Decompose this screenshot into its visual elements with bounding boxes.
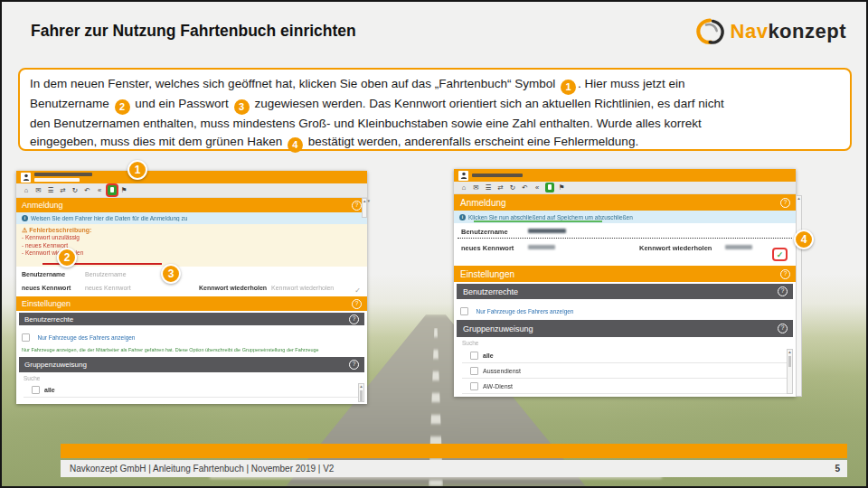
group-list-item[interactable]: Aussendienst bbox=[462, 363, 788, 379]
section-benutzerrechte: Benutzerrechte bbox=[457, 284, 793, 299]
rights-checkbox-label: Nur Fahrzeuge des Fahrers anzeigen bbox=[37, 334, 135, 341]
info-text: Klicken Sie nun abschließend auf Speiche… bbox=[468, 214, 633, 221]
group-list-area: Suche alleAussendienstAW-Dienst ▲ bbox=[454, 337, 796, 396]
search-input[interactable]: Suche bbox=[462, 340, 788, 346]
rewind-icon[interactable]: « bbox=[533, 183, 542, 192]
fahrtenbuch-icon[interactable] bbox=[108, 185, 117, 195]
login-form: Benutzername Benutzername neues Kennwort… bbox=[16, 267, 367, 296]
rights-checkbox[interactable] bbox=[22, 333, 30, 342]
undo-icon[interactable]: ↶ bbox=[521, 183, 530, 192]
section-benutzerrechte-title: Benutzerrechte bbox=[24, 315, 73, 324]
rights-area: Nur Fahrzeuge des Fahrers anzeigen Nur F… bbox=[454, 299, 796, 320]
group-checkbox[interactable] bbox=[470, 367, 478, 375]
inline-step-marker-4: 4 bbox=[288, 137, 303, 153]
step-marker-4: 4 bbox=[794, 230, 814, 249]
help-icon[interactable] bbox=[352, 299, 362, 309]
section-gruppenzuweisung-title: Gruppenzuweisung bbox=[463, 324, 533, 333]
app-header bbox=[454, 169, 796, 182]
route-icon[interactable]: ⇄ bbox=[59, 185, 68, 195]
help-icon[interactable] bbox=[778, 324, 788, 333]
info-bar: Weisen Sie dem Fahrer hier die Daten für… bbox=[16, 212, 367, 224]
mail-icon[interactable]: ✉ bbox=[472, 183, 481, 192]
neues-kennwort-value-redacted[interactable] bbox=[528, 245, 555, 249]
flag-icon[interactable]: ⚑ bbox=[119, 185, 128, 195]
search-input[interactable]: Suche bbox=[24, 375, 360, 381]
page-number: 5 bbox=[835, 464, 847, 474]
rights-note: Nur Fahrzeuge anzeigen, die der Mitarbei… bbox=[22, 347, 362, 352]
benutzername-input[interactable]: Benutzername bbox=[85, 271, 127, 277]
list-icon[interactable]: ☰ bbox=[46, 185, 55, 195]
section-anmeldung-title: Anmeldung bbox=[460, 198, 506, 208]
list-scrollbar[interactable]: ▲ bbox=[358, 383, 364, 402]
info-text: Weisen Sie dem Fahrer hier die Daten für… bbox=[31, 215, 187, 221]
group-list-item[interactable]: alle bbox=[24, 383, 360, 398]
kennwort-wiederholen-input[interactable]: Kennwort wiederholen bbox=[271, 285, 334, 291]
section-gruppenzuweisung: Gruppenzuweisung bbox=[19, 357, 364, 372]
group-checkbox[interactable] bbox=[470, 352, 478, 360]
rights-checkbox[interactable] bbox=[460, 307, 468, 315]
benutzername-value-redacted[interactable] bbox=[528, 229, 566, 233]
info-icon bbox=[22, 215, 28, 221]
list-scrollbar[interactable]: ▲ bbox=[787, 349, 793, 394]
help-icon[interactable] bbox=[780, 198, 790, 208]
help-icon[interactable] bbox=[352, 201, 362, 211]
home-icon[interactable]: ⌂ bbox=[22, 185, 31, 195]
screenshot-right: ⌂✉☰⇄↻↶«⚑ Anmeldung Klicken Sie nun absch… bbox=[454, 169, 796, 397]
neues-kennwort-label: neues Kennwort bbox=[22, 285, 71, 291]
help-icon[interactable] bbox=[349, 360, 359, 370]
group-checkbox[interactable] bbox=[32, 386, 40, 394]
section-einstellungen: Einstellungen bbox=[454, 266, 796, 282]
kennwort-wiederholen-value-redacted[interactable] bbox=[725, 245, 752, 249]
rewind-icon[interactable]: « bbox=[95, 185, 104, 195]
help-icon[interactable] bbox=[778, 286, 788, 296]
section-einstellungen-title: Einstellungen bbox=[460, 269, 514, 279]
window-scrollbar[interactable]: ▲ bbox=[796, 195, 802, 397]
logo-text-nav: Nav bbox=[731, 20, 769, 43]
step-marker-2: 2 bbox=[57, 248, 77, 267]
section-anmeldung-title: Anmeldung bbox=[22, 201, 63, 210]
group-list-item[interactable]: alle bbox=[462, 348, 788, 363]
section-gruppenzuweisung-title: Gruppenzuweisung bbox=[24, 361, 87, 369]
app-header bbox=[16, 171, 367, 183]
confirm-check-icon[interactable] bbox=[354, 286, 361, 295]
section-gruppenzuweisung: Gruppenzuweisung bbox=[457, 320, 793, 337]
step-marker-3: 3 bbox=[161, 264, 181, 284]
group-label: alle bbox=[44, 387, 55, 393]
window-scrollbar[interactable]: ▲▼ bbox=[362, 198, 367, 218]
rights-area: Nur Fahrzeuge des Fahrers anzeigen Nur F… bbox=[16, 325, 367, 357]
neues-kennwort-input[interactable]: neues Kennwort bbox=[85, 285, 131, 291]
help-icon[interactable] bbox=[349, 314, 359, 324]
group-label: AW-Dienst bbox=[483, 383, 513, 389]
help-icon[interactable] bbox=[780, 269, 790, 279]
undo-icon[interactable]: ↶ bbox=[83, 185, 92, 195]
group-label: alle bbox=[483, 352, 494, 359]
fahrtenbuch-icon[interactable] bbox=[545, 183, 554, 192]
flag-icon[interactable]: ⚑ bbox=[557, 183, 566, 192]
route-icon[interactable]: ⇄ bbox=[496, 183, 505, 192]
save-check-button[interactable] bbox=[772, 248, 788, 261]
form-divider bbox=[458, 238, 792, 239]
group-checkbox[interactable] bbox=[470, 382, 478, 390]
section-benutzerrechte-title: Benutzerrechte bbox=[463, 287, 518, 296]
refresh-icon[interactable]: ↻ bbox=[71, 185, 80, 195]
rights-checkbox-label: Nur Fahrzeuge des Fahrers anzeigen bbox=[476, 308, 573, 314]
group-list-item[interactable]: AW-Dienst bbox=[462, 379, 788, 394]
section-einstellungen: Einstellungen bbox=[16, 296, 367, 311]
footer-accent-bar bbox=[61, 444, 847, 458]
group-list: alle bbox=[24, 383, 360, 398]
toolbar: ⌂✉☰⇄↻↶«⚑ bbox=[454, 182, 796, 194]
kennwort-wiederholen-label: Kennwort wiederholen bbox=[639, 244, 712, 252]
screenshot-left: ⌂✉☰⇄↻↶«⚑ Anmeldung Weisen Sie dem Fahrer… bbox=[16, 171, 367, 404]
inline-step-marker-1: 1 bbox=[561, 80, 576, 95]
home-icon[interactable]: ⌂ bbox=[459, 183, 468, 192]
benutzername-label: Benutzername bbox=[461, 228, 508, 236]
footer-text: Navkonzept GmbH | Anleitung Fahrtenbuch … bbox=[61, 464, 835, 474]
navkonzept-logo: Nav konzept bbox=[695, 18, 846, 45]
info-bar: Klicken Sie nun abschließend auf Speiche… bbox=[454, 211, 796, 223]
refresh-icon[interactable]: ↻ bbox=[508, 183, 517, 192]
page-title: Fahrer zur Nutzung Fahrtenbuch einrichte… bbox=[31, 22, 356, 41]
list-icon[interactable]: ☰ bbox=[484, 183, 493, 192]
logo-text-konzept: konzept bbox=[768, 20, 846, 43]
kennwort-wiederholen-label: Kennwort wiederholen bbox=[199, 285, 267, 291]
mail-icon[interactable]: ✉ bbox=[34, 185, 43, 195]
